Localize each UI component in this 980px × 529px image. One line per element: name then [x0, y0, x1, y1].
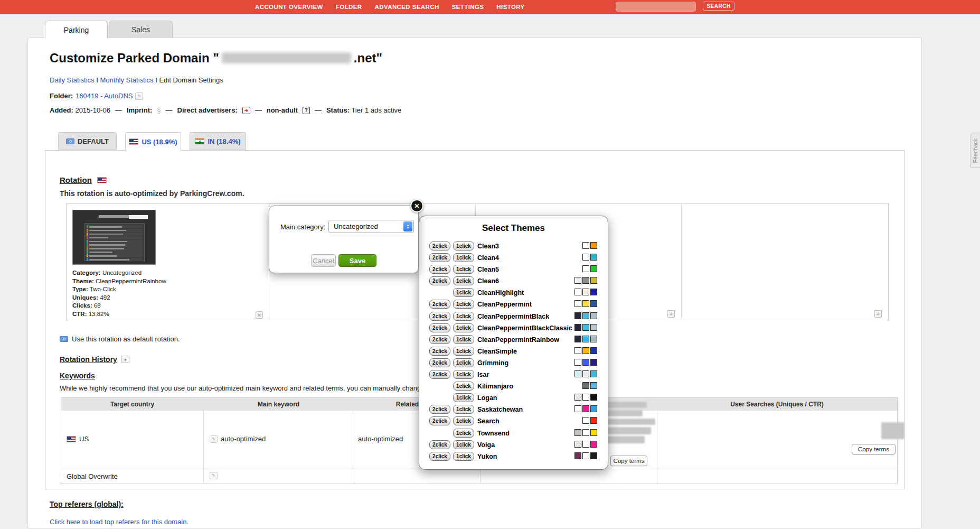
theme-1click-button[interactable]: 1click [453, 429, 474, 438]
add-rotation-icon[interactable]: + [874, 310, 882, 318]
theme-name: Isar [477, 371, 489, 378]
load-referers-link[interactable]: Click here to load top referers for this… [50, 518, 189, 526]
nav-item-account-overview[interactable]: ACCOUNT OVERVIEW [255, 4, 323, 10]
nav-item-history[interactable]: HISTORY [496, 4, 524, 10]
tab-sales[interactable]: Sales [109, 21, 173, 38]
nav-item-settings[interactable]: SETTINGS [452, 4, 484, 10]
theme-1click-button[interactable]: 1click [453, 358, 474, 367]
rotation-thumbnail[interactable] [72, 210, 156, 265]
color-swatch [590, 394, 597, 401]
feedback-tab[interactable]: Feedback [970, 134, 980, 168]
theme-row-logan: 1clickLogan [419, 392, 608, 404]
country-tab-us[interactable]: US (18.9%) [125, 132, 181, 151]
folder-label: Folder: [50, 92, 73, 100]
theme-row-clean3: 2click1clickClean3 [419, 240, 608, 252]
color-swatch [582, 254, 589, 261]
theme-1click-button[interactable]: 1click [453, 405, 474, 414]
theme-2click-button[interactable]: 2click [429, 347, 450, 356]
add-rotation-icon[interactable]: + [667, 310, 675, 318]
rotation-stats: Category: UncategorizedTheme: CleanPeppe… [72, 269, 166, 318]
cancel-button[interactable]: Cancel [311, 254, 336, 267]
close-modal-icon[interactable]: ✕ [410, 199, 423, 212]
theme-2click-button[interactable]: 2click [429, 358, 450, 367]
theme-1click-button[interactable]: 1click [453, 242, 474, 250]
main-category-select[interactable]: Uncategorized ▲▼ [328, 220, 414, 233]
delete-rotation-icon[interactable]: ✕ [256, 311, 263, 319]
theme-1click-button[interactable]: 1click [453, 440, 474, 449]
theme-2click-button[interactable]: 2click [429, 242, 450, 250]
nav-item-advanced-search[interactable]: ADVANCED SEARCH [375, 4, 439, 10]
theme-2click-button[interactable]: 2click [429, 253, 450, 262]
color-swatch [574, 289, 581, 295]
edit-global-keyword-icon[interactable]: ✎ [210, 472, 218, 479]
theme-2click-button[interactable]: 2click [429, 300, 450, 309]
theme-color-swatches [574, 429, 597, 436]
theme-1click-button[interactable]: 1click [453, 288, 474, 297]
theme-1click-button[interactable]: 1click [453, 335, 474, 344]
theme-1click-button[interactable]: 1click [453, 300, 474, 309]
nav-item-folder[interactable]: FOLDER [336, 4, 362, 10]
monthly-statistics-link[interactable]: Monthly Statistics [100, 76, 153, 84]
thumbnail-link-row [87, 240, 143, 243]
color-swatch [574, 277, 581, 284]
top-nav-menu: ACCOUNT OVERVIEWFOLDERADVANCED SEARCHSET… [255, 0, 525, 14]
thumbnail-link-row [87, 247, 143, 250]
theme-1click-button[interactable]: 1click [453, 382, 474, 391]
theme-color-swatches [582, 242, 597, 249]
stat-label: Theme: [72, 278, 94, 284]
imprint-icon[interactable]: § [157, 106, 161, 114]
search-input[interactable] [616, 2, 696, 12]
theme-name: Search [477, 417, 500, 425]
table-row-global-overwrite: Global Overwrite [67, 472, 118, 480]
theme-2click-button[interactable]: 2click [429, 335, 450, 344]
theme-1click-button[interactable]: 1click [453, 347, 474, 356]
search-button[interactable]: SEARCH [703, 2, 734, 11]
color-swatch [590, 300, 597, 307]
page-title: Customize Parked Domain ".net" [50, 51, 382, 66]
color-swatch [582, 336, 589, 342]
theme-1click-button[interactable]: 1click [453, 370, 474, 379]
country-tab-in[interactable]: IN (18.4%) [190, 132, 246, 150]
theme-1click-button[interactable]: 1click [453, 393, 474, 402]
theme-2click-button[interactable]: 2click [429, 312, 450, 321]
theme-name: Logan [477, 394, 497, 402]
copy-terms-button[interactable]: Copy terms [852, 444, 896, 454]
copy-terms-button[interactable]: Copy terms [610, 456, 647, 466]
theme-2click-button[interactable]: 2click [429, 276, 450, 285]
theme-1click-button[interactable]: 1click [453, 416, 474, 425]
daily-statistics-link[interactable]: Daily Statistics [50, 76, 95, 84]
theme-2click-button[interactable]: 2click [429, 405, 450, 414]
theme-2click-button[interactable]: 2click [429, 323, 450, 332]
country-tab-default[interactable]: DEFAULT [58, 132, 117, 150]
edit-main-keyword-icon[interactable]: ✎ [210, 435, 218, 443]
direct-advertisers-label: Direct advertisers: [177, 106, 238, 114]
non-adult-help-icon[interactable]: ? [303, 107, 310, 114]
direct-advertisers-icon[interactable]: ➔ [242, 107, 250, 114]
theme-1click-button[interactable]: 1click [453, 312, 474, 321]
color-swatch [590, 265, 597, 272]
theme-1click-button[interactable]: 1click [453, 452, 474, 461]
theme-2click-button[interactable]: 2click [429, 370, 450, 379]
theme-2click-button[interactable]: 2click [429, 440, 450, 449]
theme-1click-button[interactable]: 1click [453, 265, 474, 274]
tab-parking[interactable]: Parking [45, 21, 108, 39]
folder-link[interactable]: 160419 - AutoDNS [76, 92, 133, 100]
theme-1click-button[interactable]: 1click [453, 253, 474, 262]
theme-1click-button[interactable]: 1click [453, 323, 474, 332]
rotation-history-toggle-icon[interactable]: ▾ [121, 356, 129, 363]
default-rotation-row[interactable]: Use this rotation as default rotation. [60, 335, 180, 343]
theme-color-swatches [582, 417, 597, 424]
imprint-label: Imprint: [127, 106, 152, 114]
top-referers-heading: Top referers (global): [50, 500, 124, 508]
theme-row-clean5: 2click1clickClean5 [419, 264, 608, 275]
save-button[interactable]: Save [338, 254, 376, 267]
theme-row-clean4: 2click1clickClean4 [419, 252, 608, 264]
theme-2click-button[interactable]: 2click [429, 416, 450, 425]
theme-color-swatches [574, 300, 597, 307]
edit-folder-icon[interactable]: ✎ [135, 92, 143, 100]
theme-2click-button[interactable]: 2click [429, 265, 450, 274]
theme-row-cleanpeppermintrainbow: 2click1clickCleanPeppermintRainbow [419, 334, 608, 346]
theme-name: Kilimanjaro [477, 383, 513, 390]
theme-1click-button[interactable]: 1click [453, 276, 474, 285]
theme-2click-button[interactable]: 2click [429, 452, 450, 461]
